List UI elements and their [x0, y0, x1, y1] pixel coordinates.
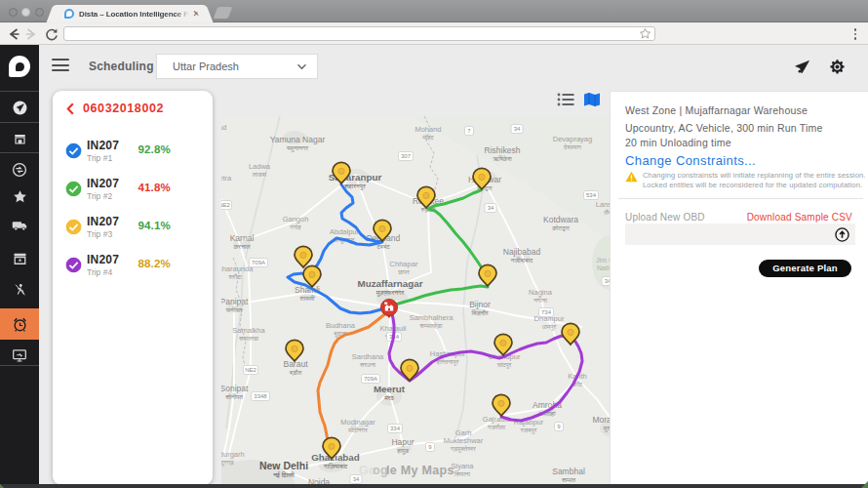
map-label-hindi: सोनीपत — [224, 393, 243, 400]
upload-obd-input[interactable] — [625, 224, 855, 245]
map-label: Hapur — [391, 437, 414, 447]
window-bottom-edge — [0, 484, 868, 488]
google-my-maps-watermark: le My Maps — [386, 464, 454, 477]
map-label-hindi: करनाल — [232, 243, 251, 250]
generate-plan-button[interactable]: Generate Plan — [759, 260, 851, 277]
sidebar-item-roundtrip[interactable] — [0, 155, 39, 184]
upload-icon[interactable] — [835, 227, 849, 242]
map-label-hindi: गजरौला — [487, 424, 506, 430]
back-button[interactable] — [66, 102, 74, 115]
storefront-icon — [13, 132, 27, 146]
send-plan-icon[interactable] — [794, 59, 810, 75]
trip-row-2[interactable]: IN207 Trip #2 41.8% — [65, 177, 171, 210]
browser-tab[interactable]: Dista – Location Intelligence Pla ✕ — [56, 5, 204, 22]
swap-arrows-icon — [12, 162, 27, 178]
trip-score: 41.8% — [138, 182, 171, 210]
sidebar-divider — [0, 365, 39, 366]
list-view-toggle[interactable] — [557, 92, 574, 107]
trip-number: Trip #4 — [87, 267, 138, 277]
map-label-hindi: कोटद्वार — [551, 224, 570, 231]
map-label: Abdalpur — [330, 227, 360, 236]
desktop-corner — [861, 481, 868, 488]
map-label-hindi: सम्भलहेड़ा — [419, 322, 443, 329]
page-title: Scheduling — [89, 60, 154, 73]
trip-id: IN207 — [87, 215, 138, 228]
sidebar-item-scheduling[interactable] — [0, 308, 39, 340]
road-badge-label: 709A — [364, 376, 377, 382]
map-label: Siyana — [452, 462, 475, 470]
map-label-hindi: बड़ौत — [289, 369, 302, 376]
close-window-button[interactable] — [9, 8, 18, 17]
map-label-hindi: सम्भल — [561, 476, 576, 483]
map-label: Samalkha — [232, 326, 265, 335]
map-label: Ladwa — [249, 162, 271, 171]
walk-disabled-icon — [13, 282, 27, 298]
truck-icon — [12, 219, 28, 232]
browser-window: Dista – Location Intelligence Pla ✕ — [0, 0, 868, 488]
region-dropdown[interactable]: Uttar Pradesh — [156, 54, 318, 79]
change-constraints-link[interactable]: Change Constraints... — [625, 153, 756, 168]
sidebar-divider — [0, 152, 39, 153]
map-label: Devaprayag — [553, 135, 592, 143]
settings-gear-icon[interactable] — [829, 59, 846, 75]
sidebar-item-dispatch[interactable] — [0, 93, 39, 122]
trip-id: IN207 — [87, 253, 138, 266]
trip-status-icon — [65, 257, 82, 273]
road-badge-label: NE2 — [221, 202, 230, 208]
zoom-window-button[interactable] — [35, 8, 44, 17]
map-label-hindi: मुज़फ़्फ़रनगर — [375, 289, 405, 297]
trip-row-4[interactable]: IN207 Trip #4 88.2% — [65, 253, 171, 286]
map-label: Budhana — [326, 321, 356, 330]
map-label-hindi: नजीबाबाद — [510, 257, 533, 264]
titlebar: Dista – Location Intelligence Pla ✕ — [0, 0, 868, 22]
map-label-hindi: रजबपुर — [520, 427, 537, 434]
map-label-hindi: गंगोह — [289, 224, 301, 230]
map-label-hindi: छापर — [397, 268, 410, 275]
url-input[interactable] — [64, 29, 639, 39]
forward-button[interactable] — [22, 25, 40, 43]
sidebar-item-favorites[interactable] — [0, 182, 39, 211]
download-sample-csv-link[interactable]: Download Sample CSV — [747, 212, 852, 223]
back-button[interactable] — [5, 25, 22, 43]
sidebar-item-fleet[interactable] — [0, 211, 39, 240]
map-label-hindi: गाज़ियाबाद — [323, 463, 348, 469]
address-bar[interactable] — [63, 26, 655, 41]
map-label: Sonipat — [221, 384, 249, 393]
trip-number: Trip #1 — [87, 153, 138, 163]
sidebar-item-inbox[interactable] — [0, 244, 39, 273]
sidebar-item-field-off[interactable] — [0, 275, 39, 305]
minimize-window-button[interactable] — [21, 8, 30, 17]
map[interactable]: ShahabadशाहाबादYamuna NagarयमुनानगरMohan… — [221, 116, 612, 484]
map-label: Kurukshetra — [221, 174, 232, 183]
map-label: New Delhi — [259, 460, 308, 471]
map-label-hindi: बिजनौर — [470, 309, 488, 316]
warning-text: Changing constrainsts will initiate repl… — [643, 171, 866, 189]
constraints-warning: Changing constrainsts will initiate repl… — [625, 171, 866, 189]
sidebar-divider — [0, 122, 39, 123]
reload-button[interactable] — [43, 25, 60, 43]
depot-warehouse-icon — [388, 308, 390, 311]
monitor-share-icon — [12, 348, 27, 363]
trip-row-3[interactable]: IN207 Trip #3 94.1% — [65, 215, 171, 248]
tab-favicon-icon — [64, 9, 74, 19]
map-label-hindi: चांदपुर — [496, 361, 512, 369]
map-label: Modinagar — [340, 418, 375, 427]
map-label: Sharaunda — [221, 264, 254, 273]
browser-menu-icon[interactable] — [851, 26, 859, 42]
new-tab-button[interactable] — [214, 7, 233, 19]
menu-hamburger-icon[interactable] — [52, 59, 69, 71]
map-label-hindi: बहादुरगढ़ — [221, 459, 234, 467]
trip-score: 94.1% — [138, 220, 171, 248]
browser-toolbar — [0, 23, 868, 45]
trip-row-1[interactable]: IN207 Trip #1 92.8% — [65, 139, 171, 172]
depot-warehouse-icon — [384, 303, 387, 305]
road-badge-label: NE2 — [245, 367, 256, 373]
map-view-toggle[interactable] — [583, 92, 601, 107]
tab-close-icon[interactable]: ✕ — [192, 10, 200, 19]
map-canvas[interactable]: ShahabadशाहाबादYamuna NagarयमुनानगरMohan… — [221, 116, 612, 484]
bookmark-star-icon[interactable] — [639, 27, 651, 40]
map-label-hindi: गढ़मुक्तेश्वर — [450, 445, 476, 453]
sidebar-item-warehouse[interactable] — [0, 124, 39, 153]
trip-id: IN207 — [87, 177, 138, 190]
map-label: Sambhal — [552, 467, 585, 476]
